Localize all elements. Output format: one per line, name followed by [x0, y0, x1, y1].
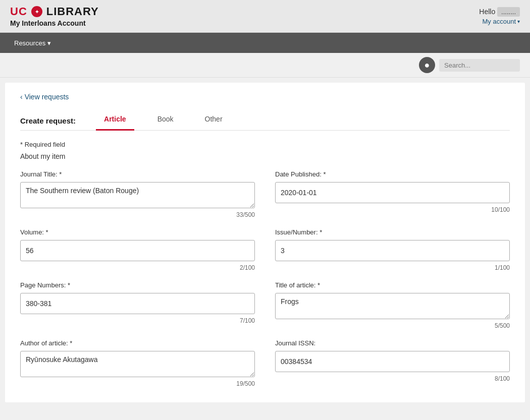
journal-issn-input[interactable] [275, 351, 510, 372]
issue-number-label: Issue/Number: * [275, 228, 510, 236]
tab-article[interactable]: Article [96, 111, 134, 131]
hello-text: Hello ........ [479, 8, 520, 16]
journal-title-input[interactable]: The Southern review (Baton Rouge) [20, 182, 255, 208]
user-area: Hello ........ My account ▾ [479, 8, 520, 25]
form-grid: Journal Title: * The Southern review (Ba… [20, 170, 510, 387]
date-published-count: 10/100 [275, 206, 510, 213]
journal-issn-count: 8/100 [275, 375, 510, 382]
volume-label: Volume: * [20, 228, 255, 236]
main-content: ‹ View requests Create request: Article … [5, 83, 525, 402]
field-issue-number: Issue/Number: * 1/100 [275, 228, 510, 271]
nav-bar: Resources ▾ [0, 33, 530, 53]
page-numbers-input[interactable] [20, 293, 255, 314]
tab-book[interactable]: Book [149, 111, 182, 131]
sub-header: ● [0, 53, 530, 78]
my-account-link[interactable]: My account ▾ [483, 18, 520, 25]
date-published-label: Date Published: * [275, 170, 510, 178]
top-header: UC ✦ LIBRARY My Interloans Account Hello… [0, 0, 530, 33]
issue-number-input[interactable] [275, 240, 510, 261]
tabs-row: Create request: Article Book Other [20, 111, 510, 130]
journal-title-count: 33/500 [20, 211, 255, 218]
create-request-label: Create request: [20, 116, 81, 125]
logo-area: UC ✦ LIBRARY My Interloans Account [10, 5, 99, 27]
journal-issn-label: Journal ISSN: [275, 339, 510, 347]
back-link[interactable]: ‹ View requests [20, 93, 510, 101]
field-journal-issn: Journal ISSN: 8/100 [275, 339, 510, 387]
search-input[interactable] [439, 59, 520, 72]
back-arrow-icon: ‹ [20, 93, 23, 101]
back-link-label: View requests [25, 93, 69, 101]
my-interloans-label: My Interloans Account [10, 19, 99, 27]
required-note: * Required field [20, 141, 510, 148]
author-of-article-label: Author of article: * [20, 339, 255, 347]
logo-badge: ✦ [31, 6, 42, 17]
nav-chevron-icon: ▾ [47, 39, 51, 47]
author-of-article-input[interactable]: Ryūnosuke Akutagawa [20, 351, 255, 377]
field-volume: Volume: * 2/100 [20, 228, 255, 271]
title-of-article-label: Title of article: * [275, 281, 510, 289]
author-of-article-count: 19/500 [20, 380, 255, 387]
chevron-down-icon: ▾ [517, 19, 520, 24]
volume-input[interactable] [20, 240, 255, 261]
field-author-of-article: Author of article: * Ryūnosuke Akutagawa… [20, 339, 255, 387]
field-journal-title: Journal Title: * The Southern review (Ba… [20, 170, 255, 218]
volume-count: 2/100 [20, 264, 255, 271]
logo-uc: UC [10, 5, 27, 18]
nav-resources[interactable]: Resources ▾ [10, 33, 55, 53]
date-published-input[interactable] [275, 182, 510, 203]
field-title-of-article: Title of article: * Frogs 5/500 [275, 281, 510, 329]
about-item-label: About my item [20, 152, 510, 160]
logo-library: LIBRARY [46, 5, 99, 18]
avatar-area: ● [419, 57, 520, 73]
logo-text: UC ✦ LIBRARY [10, 5, 99, 18]
tabs-section: Create request: Article Book Other [20, 111, 510, 131]
avatar-icon[interactable]: ● [419, 57, 435, 73]
title-of-article-count: 5/500 [275, 322, 510, 329]
hello-name: ........ [497, 7, 520, 17]
title-of-article-input[interactable]: Frogs [275, 293, 510, 319]
page-numbers-count: 7/100 [20, 317, 255, 324]
field-date-published: Date Published: * 10/100 [275, 170, 510, 218]
field-page-numbers: Page Numbers: * 7/100 [20, 281, 255, 329]
issue-number-count: 1/100 [275, 264, 510, 271]
journal-title-label: Journal Title: * [20, 170, 255, 178]
page-numbers-label: Page Numbers: * [20, 281, 255, 289]
tab-other[interactable]: Other [197, 111, 231, 131]
